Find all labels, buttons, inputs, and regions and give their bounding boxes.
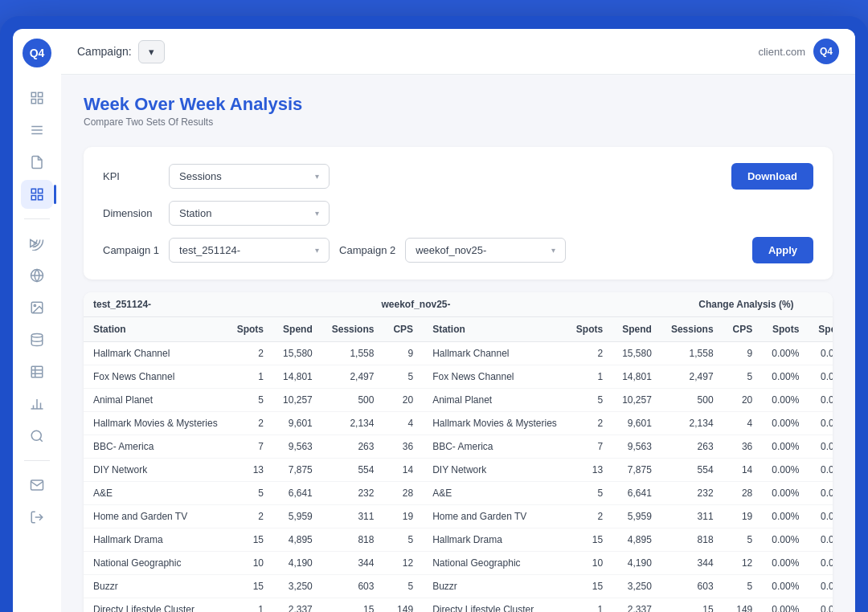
cell-station2: Home and Garden TV xyxy=(423,505,567,528)
group1-header: test_251124- xyxy=(84,292,371,316)
cell-station1: Buzzr xyxy=(84,575,227,598)
sidebar-item-radio[interactable] xyxy=(21,229,53,258)
table-row: National Geographic 10 4,190 344 12 Nati… xyxy=(84,552,833,575)
cell-cps2: 36 xyxy=(723,435,763,459)
cell-spend2: 9,601 xyxy=(612,412,661,435)
sidebar-item-dashboard[interactable] xyxy=(21,84,53,112)
cell-spots1: 2 xyxy=(227,412,273,435)
cell-cps1: 5 xyxy=(383,528,423,552)
cell-spend1: 14,801 xyxy=(273,365,322,389)
table-row: DIY Network 13 7,875 554 14 DIY Network … xyxy=(84,459,833,482)
cell-spend1: 7,875 xyxy=(273,459,322,482)
sidebar-item-table[interactable] xyxy=(21,357,53,386)
cell-spots2: 5 xyxy=(567,389,612,412)
cell-ch-spend: 0.00% xyxy=(809,598,833,613)
sidebar-item-mail[interactable] xyxy=(21,471,53,500)
cell-spots2: 5 xyxy=(567,482,612,505)
cell-sessions2: 500 xyxy=(661,389,723,412)
user-avatar[interactable]: Q4 xyxy=(813,39,839,64)
cell-spend1: 4,895 xyxy=(273,528,322,552)
cell-cps2: 149 xyxy=(723,598,763,613)
group3-header: Change Analysis (%) xyxy=(660,292,833,316)
topbar-right: client.com Q4 xyxy=(758,39,839,64)
cell-ch-spend: 0.00% xyxy=(809,552,833,575)
group-headers-row: test_251124- weekof_nov25- Change Analys… xyxy=(84,292,833,317)
cell-spots2: 7 xyxy=(567,435,612,459)
sidebar-item-reports[interactable] xyxy=(21,148,53,177)
table-row: Animal Planet 5 10,257 500 20 Animal Pla… xyxy=(84,389,833,412)
cell-spots1: 5 xyxy=(227,389,273,412)
table-row: Buzzr 15 3,250 603 5 Buzzr 15 3,250 603 … xyxy=(84,575,833,598)
cell-sessions1: 2,497 xyxy=(322,365,384,389)
cell-ch-spots: 0.00% xyxy=(762,598,809,613)
campaign1-select[interactable]: test_251124- ▾ xyxy=(169,238,330,263)
cell-ch-spend: 0.00% xyxy=(809,505,833,528)
cell-sessions1: 500 xyxy=(322,389,384,412)
kpi-select[interactable]: Sessions ▾ xyxy=(169,164,330,189)
cell-spots1: 1 xyxy=(227,365,273,389)
cell-spots2: 2 xyxy=(567,412,612,435)
cell-cps2: 5 xyxy=(723,575,763,598)
campaign2-chevron-icon: ▾ xyxy=(551,246,555,255)
cell-spots1: 7 xyxy=(227,435,273,459)
cell-spots1: 15 xyxy=(227,575,273,598)
svg-rect-0 xyxy=(31,92,35,96)
cell-sessions1: 818 xyxy=(322,528,384,552)
col-cps1: CPS xyxy=(383,317,423,342)
campaign2-select[interactable]: weekof_nov25- ▾ xyxy=(405,238,566,263)
cell-ch-spots: 0.00% xyxy=(762,528,809,552)
cell-station2: Fox News Channel xyxy=(423,365,567,389)
cell-station2: A&E xyxy=(423,482,567,505)
cell-sessions1: 1,558 xyxy=(322,342,384,365)
cell-spend1: 3,250 xyxy=(273,575,322,598)
svg-rect-10 xyxy=(39,196,43,200)
cell-station2: Hallmark Drama xyxy=(423,528,567,552)
dimension-select[interactable]: Station ▾ xyxy=(169,201,330,226)
dimension-chevron-icon: ▾ xyxy=(315,209,319,218)
sidebar-item-campaigns[interactable] xyxy=(21,116,53,145)
kpi-chevron-icon: ▾ xyxy=(315,172,319,181)
dimension-label: Dimension xyxy=(103,207,159,219)
cell-station1: Home and Garden TV xyxy=(84,505,227,528)
sidebar-item-chartbar[interactable] xyxy=(21,390,53,418)
cell-ch-spots: 0.00% xyxy=(762,482,809,505)
cell-cps2: 9 xyxy=(723,342,763,365)
table-row: Home and Garden TV 2 5,959 311 19 Home a… xyxy=(84,505,833,528)
sidebar-item-storage[interactable] xyxy=(21,325,53,354)
apply-button[interactable]: Apply xyxy=(752,237,813,263)
cell-spend1: 2,337 xyxy=(273,598,322,613)
sidebar-item-search[interactable] xyxy=(21,422,53,451)
cell-sessions1: 232 xyxy=(322,482,384,505)
cell-cps2: 28 xyxy=(723,482,763,505)
svg-rect-2 xyxy=(31,100,35,104)
cell-ch-spend: 0.00% xyxy=(809,435,833,459)
table-row: Hallmark Channel 2 15,580 1,558 9 Hallma… xyxy=(84,342,833,365)
cell-station2: Hallmark Channel xyxy=(423,342,567,365)
svg-point-14 xyxy=(34,304,35,306)
sidebar: Q4 xyxy=(13,29,61,612)
sidebar-item-globe[interactable] xyxy=(21,261,53,290)
cell-cps1: 36 xyxy=(383,435,423,459)
topbar: Campaign: ▾ client.com Q4 xyxy=(61,29,855,75)
col-spots1: Spots xyxy=(227,317,273,342)
sidebar-item-logout[interactable] xyxy=(21,503,53,532)
dimension-row: Dimension Station ▾ xyxy=(103,201,813,226)
svg-point-24 xyxy=(31,430,41,440)
cell-station2: DIY Network xyxy=(423,459,567,482)
campaign-dropdown[interactable]: ▾ xyxy=(138,40,165,63)
cell-station1: DIY Network xyxy=(84,459,227,482)
cell-sessions2: 603 xyxy=(661,575,723,598)
cell-ch-spend: 0.00% xyxy=(809,575,833,598)
client-domain: client.com xyxy=(758,46,805,58)
table-row: Hallmark Movies & Mysteries 2 9,601 2,13… xyxy=(84,412,833,435)
download-button[interactable]: Download xyxy=(731,163,813,190)
sidebar-item-media[interactable] xyxy=(21,293,53,322)
sidebar-item-analytics[interactable] xyxy=(21,180,53,209)
cell-station2: National Geographic xyxy=(423,552,567,575)
cell-spend2: 4,895 xyxy=(612,528,661,552)
campaign-label: Campaign: xyxy=(77,45,132,58)
cell-sessions2: 1,558 xyxy=(661,342,723,365)
cell-ch-spots: 0.00% xyxy=(762,575,809,598)
campaign1-label: Campaign 1 xyxy=(103,244,159,256)
cell-ch-spots: 0.00% xyxy=(762,342,809,365)
